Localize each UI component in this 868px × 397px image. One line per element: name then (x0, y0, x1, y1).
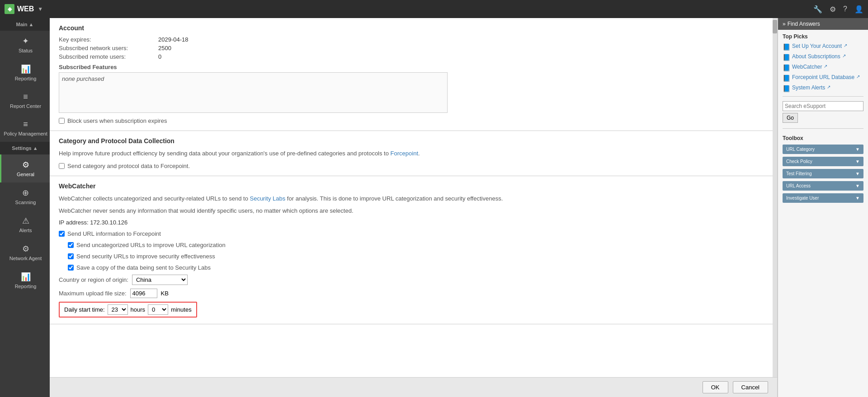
save-copy-checkbox[interactable] (68, 265, 74, 271)
book-icon-2: 📘 (783, 54, 790, 61)
ip-row: IP address: 172.30.10.126 (59, 219, 764, 226)
scrollbar[interactable] (773, 18, 777, 377)
sidebar-item-network-agent[interactable]: ⚙ Network Agent (0, 238, 50, 266)
scroll-thumb[interactable] (773, 20, 777, 33)
test-filtering-label: Test Filtering (786, 171, 812, 176)
block-users-row: Block users when subscription expires (59, 117, 764, 124)
sidebar-item-alerts[interactable]: ⚠ Alerts (0, 210, 50, 238)
sidebar-item-report-center[interactable]: ≡ Report Center (0, 87, 50, 114)
account-title: Account (59, 24, 764, 32)
sidebar-label-reporting: Reporting (15, 76, 37, 81)
webcatcher-desc2: WebCatcher never sends any information t… (59, 206, 764, 215)
features-box: none purchased (59, 72, 448, 113)
investigate-user-label: Investigate User (786, 196, 819, 201)
send-uncategorized-checkbox[interactable] (68, 242, 74, 248)
url-category-arrow: ▼ (855, 147, 860, 152)
link-label-2: About Subscriptions (792, 53, 840, 60)
test-filtering-dropdown[interactable]: Test Filtering ▼ (783, 169, 863, 178)
account-section: Account Key expires: 2029-04-18 Subscrib… (50, 18, 773, 131)
security-labs-link[interactable]: Security Labs (250, 195, 285, 202)
link-webcatcher[interactable]: 📘 WebCatcher ↗ (778, 62, 868, 73)
link-label-3: WebCatcher (792, 64, 822, 70)
send-security-row: Send security URLs to improve security e… (68, 253, 764, 260)
check-policy-dropdown[interactable]: Check Policy ▼ (783, 157, 863, 166)
link-label-1: Set Up Your Account (792, 43, 842, 49)
gear-icon[interactable]: ⚙ (830, 5, 836, 14)
send-security-checkbox[interactable] (68, 253, 74, 259)
max-upload-input[interactable] (130, 289, 157, 298)
block-users-checkbox[interactable] (59, 118, 65, 124)
link-forcepoint-url[interactable]: 📘 Forcepoint URL Database ↗ (778, 73, 868, 83)
sidebar-item-scanning[interactable]: ⊕ Scanning (0, 182, 50, 210)
minutes-select[interactable]: 0 51015 (148, 304, 168, 315)
bottom-bar: OK Cancel (50, 377, 777, 397)
link-subscriptions[interactable]: 📘 About Subscriptions ↗ (778, 52, 868, 62)
url-access-dropdown[interactable]: URL Access ▼ (783, 181, 863, 191)
send-data-label: Send category and protocol data to Force… (67, 163, 190, 169)
collapse-icon[interactable]: » (783, 21, 786, 27)
remote-users-row: Subscribed remote users: 0 (59, 53, 764, 60)
sidebar: Main ▲ ✦ Status 📊 Reporting ≡ Report Cen… (0, 18, 50, 397)
sidebar-item-status[interactable]: ✦ Status (0, 31, 50, 59)
key-expires-value: 2029-04-18 (158, 36, 189, 43)
daily-start-label: Daily start time: (64, 306, 105, 313)
ok-button[interactable]: OK (703, 381, 728, 393)
category-title: Category and Protocol Data Collection (59, 137, 764, 145)
save-copy-label: Save a copy of the data being sent to Se… (76, 264, 211, 271)
network-users-row: Subscribed network users: 2500 (59, 45, 764, 51)
status-icon: ✦ (22, 36, 29, 46)
send-uncategorized-row: Send uncategorized URLs to improve URL c… (68, 242, 764, 248)
send-uncategorized-label: Send uncategorized URLs to improve URL c… (76, 242, 226, 248)
cancel-button[interactable]: Cancel (733, 381, 768, 393)
link-label-4: Forcepoint URL Database (792, 74, 854, 80)
help-icon[interactable]: ? (843, 5, 847, 13)
webcatcher-desc1: WebCatcher collects uncategorized and se… (59, 194, 764, 203)
rp-divider (783, 96, 863, 97)
reporting2-icon: 📊 (21, 272, 31, 282)
forcepoint-link[interactable]: Forcepoint (391, 150, 418, 157)
right-panel-header: » Find Answers (778, 18, 868, 30)
send-url-label: Send URL information to Forcepoint (67, 230, 161, 237)
country-select[interactable]: China United States United Kingdom Germa… (132, 275, 188, 285)
investigate-user-dropdown[interactable]: Investigate User ▼ (783, 193, 863, 203)
content-scroll[interactable]: Account Key expires: 2029-04-18 Subscrib… (50, 18, 773, 377)
sidebar-item-reporting[interactable]: 📊 Reporting (0, 59, 50, 87)
link-system-alerts[interactable]: 📘 System Alerts ↗ (778, 83, 868, 93)
url-category-dropdown[interactable]: URL Category ▼ (783, 145, 863, 154)
url-access-arrow: ▼ (855, 183, 860, 188)
max-upload-row: Maximum upload file size: KB (59, 289, 764, 298)
webcatcher-section: WebCatcher WebCatcher collects uncategor… (50, 176, 773, 324)
country-row: Country or region of origin: China Unite… (59, 275, 764, 285)
hours-select[interactable]: 23 0123 (108, 304, 128, 315)
wrench-icon[interactable]: 🔧 (813, 5, 822, 14)
go-button[interactable]: Go (783, 113, 798, 123)
subscribed-features-label: Subscribed Features (59, 64, 764, 70)
block-users-label: Block users when subscription expires (67, 117, 167, 124)
policy-icon: ≡ (23, 120, 28, 129)
alerts-icon: ⚠ (22, 216, 29, 226)
sidebar-label-network: Network Agent (9, 256, 42, 261)
book-icon-4: 📘 (783, 75, 790, 82)
sidebar-item-policy-management[interactable]: ≡ Policy Management (0, 114, 50, 142)
book-icon-1: 📘 (783, 43, 790, 51)
content-panel: Account Key expires: 2029-04-18 Subscrib… (50, 18, 778, 397)
minutes-unit: minutes (171, 306, 192, 313)
right-panel: » Find Answers Top Picks 📘 Set Up Your A… (778, 18, 868, 397)
network-users-label: Subscribed network users: (59, 45, 158, 51)
user-icon[interactable]: 👤 (854, 5, 863, 14)
scanning-icon: ⊕ (22, 188, 29, 198)
sidebar-item-reporting2[interactable]: 📊 Reporting (0, 266, 50, 294)
send-data-checkbox[interactable] (59, 163, 65, 169)
search-input[interactable] (783, 101, 863, 111)
send-url-checkbox[interactable] (59, 231, 65, 237)
sidebar-label-policy: Policy Management (4, 131, 47, 136)
link-label-5: System Alerts (792, 84, 825, 91)
check-policy-label: Check Policy (786, 159, 812, 164)
reporting-icon: 📊 (21, 64, 31, 74)
app-logo[interactable]: ◈ WEB ▼ (5, 4, 54, 14)
app-dropdown-icon[interactable]: ▼ (38, 6, 43, 12)
link-setup-account[interactable]: 📘 Set Up Your Account ↗ (778, 42, 868, 52)
remote-users-label: Subscribed remote users: (59, 53, 158, 60)
sidebar-item-general[interactable]: ⚙ General (0, 154, 50, 182)
daily-start-time-box: Daily start time: 23 0123 hours 0 51015 … (59, 302, 197, 318)
